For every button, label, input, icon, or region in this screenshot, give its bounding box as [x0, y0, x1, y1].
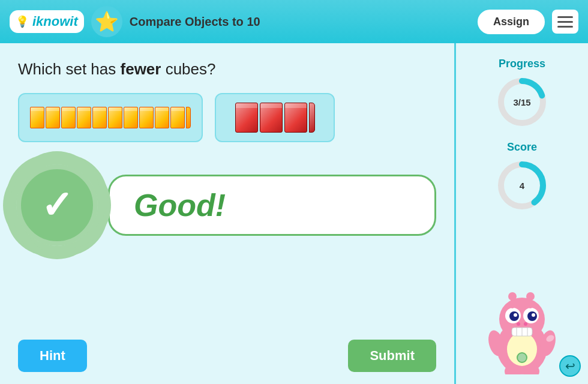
yellow-cubes: [30, 107, 191, 128]
red-cube: [284, 103, 307, 133]
svg-point-10: [508, 292, 517, 301]
svg-point-7: [514, 313, 517, 317]
yellow-cube: [77, 107, 91, 128]
bottom-bar: Hint Submit: [18, 340, 436, 372]
monster-character: [480, 278, 564, 374]
progress-donut: 3/15: [495, 75, 549, 129]
checkmark-icon: ✓: [41, 186, 73, 224]
feedback-area: ✓ Good!: [18, 166, 436, 244]
yellow-cube: [61, 107, 76, 128]
score-donut: 4: [495, 158, 549, 212]
svg-point-8: [532, 313, 535, 317]
back-icon: ↩: [565, 359, 575, 373]
question-keyword: fewer: [121, 60, 161, 78]
hint-button[interactable]: Hint: [18, 340, 87, 372]
good-label: Good!: [134, 188, 226, 223]
score-value: 4: [520, 181, 524, 191]
svg-point-24: [517, 353, 527, 362]
lesson-title: Compare Objects to 10: [130, 15, 470, 29]
yellow-cube: [30, 107, 44, 128]
question-panel: Which set has fewer cubes?: [0, 43, 456, 384]
menu-line-3: [557, 26, 573, 28]
yellow-cube: [139, 107, 154, 128]
red-cube: [235, 103, 258, 133]
good-bubble: Good!: [108, 175, 436, 236]
back-button[interactable]: ↩: [559, 355, 581, 377]
yellow-cubes-box[interactable]: [18, 93, 203, 142]
header: 💡 iknowit ⭐ Compare Objects to 10 Assign: [0, 0, 588, 43]
scallop-circle: ✓: [18, 166, 96, 244]
logo: 💡 iknowit: [10, 10, 84, 33]
progress-value: 3/15: [513, 97, 530, 107]
assign-button[interactable]: Assign: [478, 10, 545, 34]
question-text: Which set has fewer cubes?: [18, 60, 436, 79]
bulb-icon: 💡: [16, 15, 29, 28]
yellow-cube: [108, 107, 122, 128]
main-content: Which set has fewer cubes?: [0, 43, 588, 384]
score-section: Score 4: [495, 141, 549, 212]
red-cubes: [235, 103, 315, 133]
yellow-cube: [170, 107, 185, 128]
menu-line-2: [557, 21, 573, 23]
logo-text: iknowit: [32, 14, 78, 29]
yellow-cube: [46, 107, 60, 128]
svg-point-18: [524, 322, 527, 326]
progress-section: Progress 3/15: [495, 58, 549, 129]
submit-button[interactable]: Submit: [348, 340, 436, 372]
yellow-cube: [92, 107, 107, 128]
star-badge: ⭐: [91, 6, 122, 37]
correct-badge: ✓: [18, 166, 96, 244]
monster-svg: [483, 278, 561, 374]
yellow-cube: [124, 107, 138, 128]
star-icon: ⭐: [95, 10, 119, 33]
red-cube: [260, 103, 283, 133]
yellow-cube: [155, 107, 169, 128]
menu-button[interactable]: [552, 10, 578, 34]
progress-label: Progress: [499, 58, 545, 70]
yellow-cube-end: [186, 107, 191, 128]
cubes-row: [18, 93, 436, 142]
svg-point-17: [517, 322, 520, 326]
red-cubes-box[interactable]: [215, 93, 335, 142]
menu-line-1: [557, 16, 573, 18]
right-panel: Progress 3/15 Score 4: [456, 43, 588, 384]
svg-point-12: [526, 292, 535, 301]
red-cube-end: [309, 103, 315, 133]
score-label: Score: [507, 141, 537, 154]
